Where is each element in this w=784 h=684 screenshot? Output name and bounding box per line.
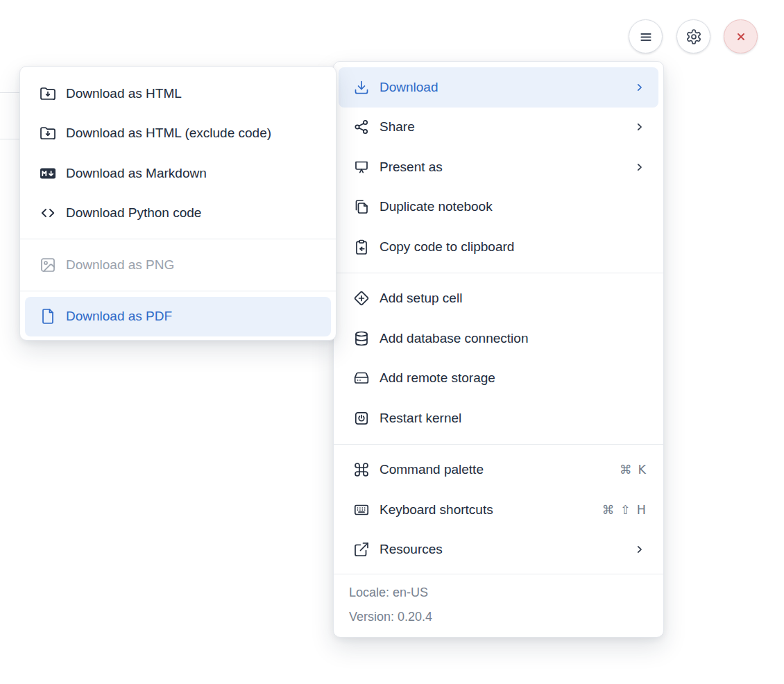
menu-item-label: Download: [380, 80, 438, 95]
menu-item-present-as[interactable]: Present as: [339, 147, 658, 187]
menu-item-download[interactable]: Download: [339, 67, 658, 108]
submenu-item-download-as-html[interactable]: Download as HTML: [25, 74, 331, 114]
chevron-right-icon: [633, 81, 646, 94]
hamburger-icon: [638, 28, 654, 45]
chevron-right-icon: [633, 121, 646, 133]
menu-item-label: Resources: [380, 542, 443, 557]
submenu-item-label: Download Python code: [66, 205, 201, 221]
menu-separator: [20, 239, 336, 239]
file-icon: [40, 308, 56, 325]
menu-item-label: Command palette: [380, 462, 484, 477]
shortcut-keys: ⌘ ⇧ H: [602, 503, 646, 517]
notebook-menu: Download Share Present as Duplicate note…: [333, 61, 664, 638]
menu-item-copy-code-to-clipboard[interactable]: Copy code to clipboard: [339, 227, 658, 267]
submenu-item-label: Download as PNG: [66, 257, 174, 273]
submenu-item-download-as-png[interactable]: Download as PNG: [25, 245, 331, 285]
menu-item-add-database-connection[interactable]: Add database connection: [339, 318, 658, 359]
database-icon: [353, 330, 370, 347]
presentation-icon: [353, 159, 370, 176]
menu-item-keyboard-shortcuts[interactable]: Keyboard shortcuts ⌘ ⇧ H: [339, 490, 658, 530]
shutdown-button[interactable]: [724, 19, 758, 53]
code-icon: [40, 205, 56, 221]
menu-item-label: Add database connection: [380, 331, 528, 346]
duplicate-icon: [353, 198, 370, 215]
menu-item-add-setup-cell[interactable]: Add setup cell: [339, 279, 658, 319]
image-icon: [40, 257, 56, 273]
gear-icon: [685, 28, 702, 45]
submenu-item-label: Download as Markdown: [66, 166, 207, 181]
menu-item-restart-kernel[interactable]: Restart kernel: [339, 398, 658, 438]
command-icon: [353, 461, 370, 478]
menu-item-label: Keyboard shortcuts: [380, 502, 493, 518]
submenu-item-label: Download as PDF: [66, 309, 172, 324]
menu-separator: [334, 273, 663, 273]
menu-item-label: Copy code to clipboard: [380, 239, 514, 255]
share-icon: [353, 119, 370, 135]
menu-separator: [334, 444, 663, 445]
shortcut-key: H: [637, 503, 646, 517]
shortcut-key: ⇧: [620, 503, 631, 517]
version-text: Version: 0.20.4: [349, 605, 648, 629]
menu-item-label: Duplicate notebook: [380, 199, 493, 214]
menu-item-duplicate-notebook[interactable]: Duplicate notebook: [339, 187, 658, 228]
power-icon: [353, 410, 370, 427]
keyboard-icon: [353, 502, 370, 518]
menu-footer: Locale: en-US Version: 0.20.4: [334, 574, 663, 637]
menu-item-add-remote-storage[interactable]: Add remote storage: [339, 359, 658, 399]
menu-item-label: Add remote storage: [380, 370, 495, 386]
background-divider-line: [0, 92, 20, 93]
folder-download-icon: [40, 125, 56, 142]
submenu-item-download-as-markdown[interactable]: Download as Markdown: [25, 153, 331, 194]
shortcut-key: K: [638, 463, 646, 477]
menu-item-share[interactable]: Share: [339, 108, 658, 148]
menu-item-command-palette[interactable]: Command palette ⌘ K: [339, 450, 658, 490]
markdown-icon: [40, 165, 56, 182]
chevron-right-icon: [633, 161, 646, 173]
submenu-item-download-as-pdf[interactable]: Download as PDF: [25, 297, 331, 337]
submenu-item-label: Download as HTML: [66, 86, 182, 101]
shortcut-keys: ⌘ K: [620, 463, 646, 477]
shortcut-key: ⌘: [602, 503, 615, 517]
folder-download-icon: [40, 85, 56, 102]
chevron-right-icon: [633, 543, 646, 556]
diamond-plus-icon: [353, 290, 370, 307]
shortcut-key: ⌘: [620, 463, 632, 477]
menu-item-label: Restart kernel: [380, 411, 461, 426]
external-link-icon: [353, 541, 370, 558]
background-divider-line: [0, 139, 20, 139]
download-submenu: Download as HTML Download as HTML (exclu…: [19, 66, 336, 341]
locale-text: Locale: en-US: [349, 581, 648, 605]
clipboard-copy-icon: [353, 239, 370, 255]
download-icon: [353, 79, 370, 96]
menu-item-label: Share: [380, 119, 415, 135]
menu-item-resources[interactable]: Resources: [339, 530, 658, 570]
submenu-item-label: Download as HTML (exclude code): [66, 126, 271, 141]
submenu-item-download-as-html-exclude-code[interactable]: Download as HTML (exclude code): [25, 114, 331, 154]
menu-item-label: Present as: [380, 160, 443, 175]
menu-separator: [20, 291, 336, 291]
submenu-item-download-python-code[interactable]: Download Python code: [25, 194, 331, 234]
settings-button[interactable]: [676, 19, 710, 53]
notebook-menu-toggle-button[interactable]: [629, 19, 663, 53]
menu-item-label: Add setup cell: [380, 291, 462, 306]
hard-drive-icon: [353, 370, 370, 386]
close-icon: [733, 28, 749, 45]
